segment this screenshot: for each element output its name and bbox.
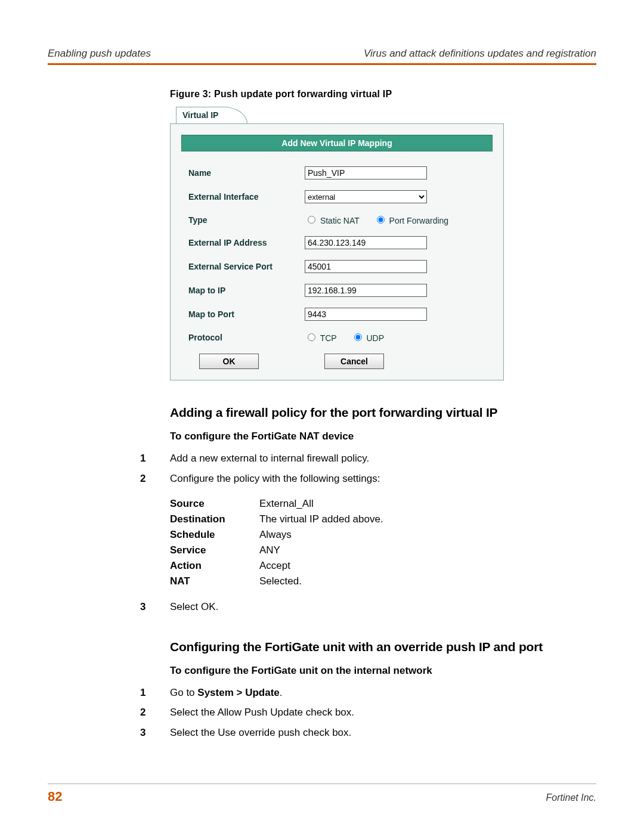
radio-static-nat[interactable]: Static NAT — [305, 216, 360, 225]
settings-value: ANY — [259, 544, 280, 556]
map-to-ip-input[interactable] — [305, 284, 427, 297]
settings-value: The virtual IP added above. — [259, 513, 383, 525]
label-type: Type — [188, 215, 305, 225]
step-text: Select OK. — [170, 599, 218, 615]
label-name: Name — [188, 168, 305, 178]
step-text: Select the Use override push check box. — [170, 725, 351, 741]
step-text: Select the Allow Push Update check box. — [170, 705, 354, 720]
label-external-ip: External IP Address — [188, 238, 305, 247]
step-number: 1 — [140, 685, 170, 701]
settings-key: Source — [170, 498, 259, 510]
policy-settings-table: SourceExternal_All DestinationThe virtua… — [170, 498, 596, 587]
head-right: Virus and attack definitions updates and… — [364, 48, 596, 60]
header-rule — [48, 63, 596, 65]
label-external-interface: External Interface — [188, 192, 305, 202]
step-row: 3 Select the Use override push check box… — [140, 725, 596, 741]
step-text: Go to System > Update. — [170, 685, 283, 701]
footer-rule — [48, 784, 596, 784]
step-number: 3 — [140, 725, 170, 741]
step-number: 2 — [140, 471, 170, 487]
settings-value: Always — [259, 529, 292, 541]
step-text: Configure the policy with the following … — [170, 471, 380, 487]
label-protocol: Protocol — [188, 333, 305, 342]
virtual-ip-dialog-screenshot: Virtual IP Add New Virtual IP Mapping Na… — [170, 106, 504, 380]
external-ip-input[interactable] — [305, 236, 427, 249]
radio-udp[interactable]: UDP — [351, 333, 384, 343]
settings-key: NAT — [170, 575, 259, 587]
figure-caption: Figure 3: Push update port forwarding vi… — [170, 89, 596, 100]
external-interface-select[interactable]: external — [305, 190, 427, 203]
settings-key: Schedule — [170, 529, 259, 541]
tab-virtual-ip[interactable]: Virtual IP — [176, 107, 247, 123]
label-external-port: External Service Port — [188, 262, 305, 271]
settings-key: Action — [170, 560, 259, 572]
settings-value: Selected. — [259, 575, 302, 587]
page-number: 82 — [48, 789, 62, 804]
step-row: 1 Go to System > Update. — [140, 685, 596, 701]
settings-key: Destination — [170, 513, 259, 525]
label-map-to-ip: Map to IP — [188, 286, 305, 295]
settings-value: External_All — [259, 498, 314, 510]
ok-button[interactable]: OK — [199, 354, 259, 369]
name-input[interactable] — [305, 166, 427, 179]
subheading-internal-network: To configure the FortiGate unit on the i… — [170, 665, 596, 677]
running-head: Enabling push updates Virus and attack d… — [48, 48, 596, 60]
step-row: 2 Select the Allow Push Update check box… — [140, 705, 596, 720]
dialog-title-bar: Add New Virtual IP Mapping — [181, 135, 493, 151]
nav-path: System > Update — [197, 687, 279, 698]
cancel-button[interactable]: Cancel — [324, 354, 384, 369]
radio-tcp[interactable]: TCP — [305, 333, 337, 343]
step-row: 3 Select OK. — [140, 599, 596, 615]
radio-port-forwarding[interactable]: Port Forwarding — [374, 216, 448, 225]
head-left: Enabling push updates — [48, 48, 151, 60]
section-heading-firewall-policy: Adding a firewall policy for the port fo… — [170, 405, 596, 420]
company-name: Fortinet Inc. — [546, 792, 596, 803]
step-text: Add a new external to internal firewall … — [170, 451, 369, 466]
step-row: 1 Add a new external to internal firewal… — [140, 451, 596, 466]
settings-key: Service — [170, 544, 259, 556]
map-to-port-input[interactable] — [305, 308, 427, 321]
step-number: 3 — [140, 599, 170, 615]
step-row: 2 Configure the policy with the followin… — [140, 471, 596, 487]
label-map-to-port: Map to Port — [188, 309, 305, 319]
section-heading-override-push: Configuring the FortiGate unit with an o… — [170, 640, 596, 654]
page-footer: 82 Fortinet Inc. — [48, 784, 596, 804]
external-port-input[interactable] — [305, 260, 427, 273]
step-number: 1 — [140, 451, 170, 466]
settings-value: Accept — [259, 560, 290, 572]
subheading-nat-device: To configure the FortiGate NAT device — [170, 431, 596, 442]
step-number: 2 — [140, 705, 170, 720]
